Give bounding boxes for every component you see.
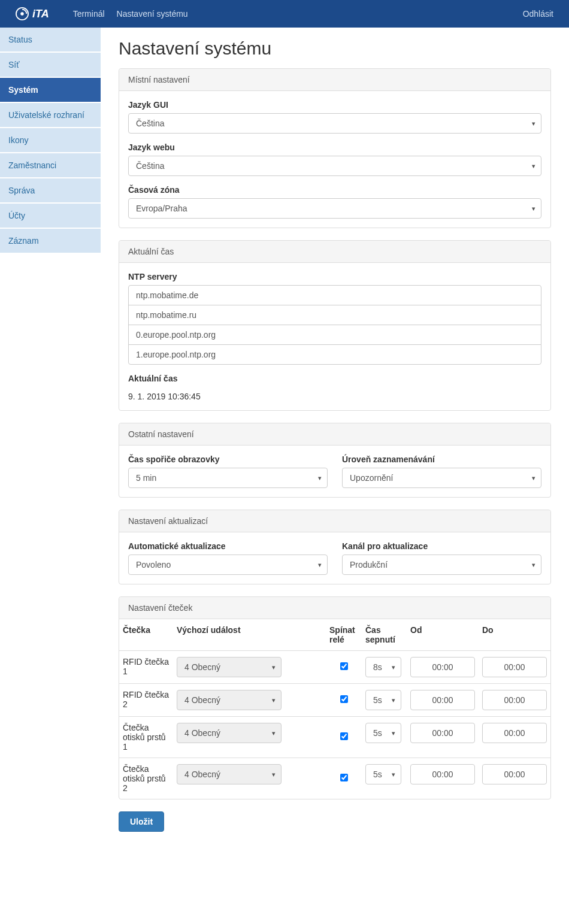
reader-name: Čtečka otisků prstů 1 (119, 717, 173, 758)
select-switch-time[interactable]: 8s (365, 657, 401, 677)
select-web-language[interactable]: Čeština (128, 156, 541, 176)
current-time-value: 9. 1. 2019 10:36:45 (128, 387, 541, 401)
panel-readers: Nastavení čteček Čtečka Výchozí událost … (119, 596, 551, 799)
ntp-server-input-1[interactable] (128, 305, 541, 325)
sidebar-item-icons[interactable]: Ikony (0, 128, 101, 153)
svg-point-1 (20, 12, 24, 16)
panel-updates: Nastavení aktualizací Automatické aktual… (119, 510, 551, 584)
table-row: RFID čtečka 24 Obecný5s (119, 684, 550, 717)
relay-checkbox[interactable] (340, 662, 348, 670)
label-screensaver: Čas spořiče obrazovky (128, 455, 328, 464)
select-default-event[interactable]: 4 Obecný (177, 723, 282, 743)
col-event: Výchozí událost (173, 619, 326, 651)
sidebar-item-employees[interactable]: Zaměstnanci (0, 153, 101, 178)
reader-name: RFID čtečka 1 (119, 651, 173, 684)
panel-heading-readers: Nastavení čteček (119, 597, 550, 619)
col-reader: Čtečka (119, 619, 173, 651)
navbar: iTA Terminál Nastavení systému Odhlásit (0, 0, 569, 28)
nav-link-terminal[interactable]: Terminál (67, 9, 111, 19)
panel-other-settings: Ostatní nastavení Čas spořiče obrazovky … (119, 423, 551, 498)
reader-name: RFID čtečka 2 (119, 684, 173, 717)
sidebar-item-status[interactable]: Status (0, 28, 101, 53)
readers-table: Čtečka Výchozí událost Spínat relé Čas s… (119, 619, 550, 799)
from-time-input[interactable] (410, 690, 475, 710)
table-row: RFID čtečka 14 Obecný8s (119, 651, 550, 684)
select-switch-time[interactable]: 5s (365, 723, 401, 743)
col-from: Od (407, 619, 479, 651)
brand-link[interactable]: iTA (10, 7, 55, 20)
label-gui-language: Jazyk GUI (128, 100, 541, 110)
select-screensaver[interactable]: 5 min (128, 468, 328, 488)
label-current-time: Aktuální čas (128, 374, 541, 383)
relay-checkbox[interactable] (340, 774, 348, 781)
sidebar-item-admin[interactable]: Správa (0, 178, 101, 204)
label-update-channel: Kanál pro aktualizace (342, 541, 541, 551)
panel-heading-updates: Nastavení aktualizací (119, 510, 550, 532)
col-switch-time: Čas sepnutí (362, 619, 407, 651)
brand-logo-icon (16, 7, 29, 20)
panel-heading-time: Aktuální čas (119, 241, 550, 263)
select-update-channel[interactable]: Produkční (342, 555, 541, 575)
from-time-input[interactable] (410, 764, 475, 784)
to-time-input[interactable] (482, 657, 547, 677)
select-auto-updates[interactable]: Povoleno (128, 555, 328, 575)
nav-link-settings[interactable]: Nastavení systému (111, 9, 194, 19)
sidebar: Status Síť Systém Uživatelské rozhraní I… (0, 28, 101, 843)
nav-link-logout[interactable]: Odhlásit (517, 9, 559, 19)
sidebar-item-network[interactable]: Síť (0, 53, 101, 78)
relay-checkbox[interactable] (340, 732, 348, 740)
relay-checkbox[interactable] (340, 695, 348, 703)
panel-current-time: Aktuální čas NTP servery Aktuální čas 9.… (119, 240, 551, 411)
to-time-input[interactable] (482, 764, 547, 784)
ntp-server-input-2[interactable] (128, 325, 541, 345)
to-time-input[interactable] (482, 690, 547, 710)
table-row: Čtečka otisků prstů 24 Obecný5s (119, 758, 550, 799)
select-default-event[interactable]: 4 Obecný (177, 657, 282, 677)
to-time-input[interactable] (482, 723, 547, 743)
page-title: Nastavení systému (119, 38, 551, 59)
table-row: Čtečka otisků prstů 14 Obecný5s (119, 717, 550, 758)
ntp-server-input-0[interactable] (128, 285, 541, 305)
label-web-language: Jazyk webu (128, 143, 541, 152)
sidebar-item-log[interactable]: Záznam (0, 229, 101, 254)
select-loglevel[interactable]: Upozornění (342, 468, 541, 488)
select-gui-language[interactable]: Čeština (128, 113, 541, 134)
label-auto-updates: Automatické aktualizace (128, 541, 328, 551)
select-default-event[interactable]: 4 Obecný (177, 764, 282, 784)
ntp-server-input-3[interactable] (128, 344, 541, 365)
from-time-input[interactable] (410, 723, 475, 743)
sidebar-item-system[interactable]: Systém (0, 78, 101, 103)
col-relay: Spínat relé (326, 619, 362, 651)
sidebar-item-accounts[interactable]: Účty (0, 204, 101, 229)
sidebar-item-ui[interactable]: Uživatelské rozhraní (0, 103, 101, 128)
select-default-event[interactable]: 4 Obecný (177, 690, 282, 710)
label-timezone: Časová zóna (128, 185, 541, 195)
panel-heading-local: Místní nastavení (119, 69, 550, 91)
reader-name: Čtečka otisků prstů 2 (119, 758, 173, 799)
col-to: Do (479, 619, 550, 651)
select-switch-time[interactable]: 5s (365, 764, 401, 784)
brand-text: iTA (32, 8, 49, 20)
label-ntp-servers: NTP servery (128, 272, 541, 281)
select-timezone[interactable]: Evropa/Praha (128, 198, 541, 219)
panel-local-settings: Místní nastavení Jazyk GUI Čeština Jazyk… (119, 68, 551, 228)
panel-heading-other: Ostatní nastavení (119, 423, 550, 446)
save-button[interactable]: Uložit (119, 811, 164, 832)
select-switch-time[interactable]: 5s (365, 690, 401, 710)
from-time-input[interactable] (410, 657, 475, 677)
label-loglevel: Úroveň zaznamenávání (342, 455, 541, 464)
